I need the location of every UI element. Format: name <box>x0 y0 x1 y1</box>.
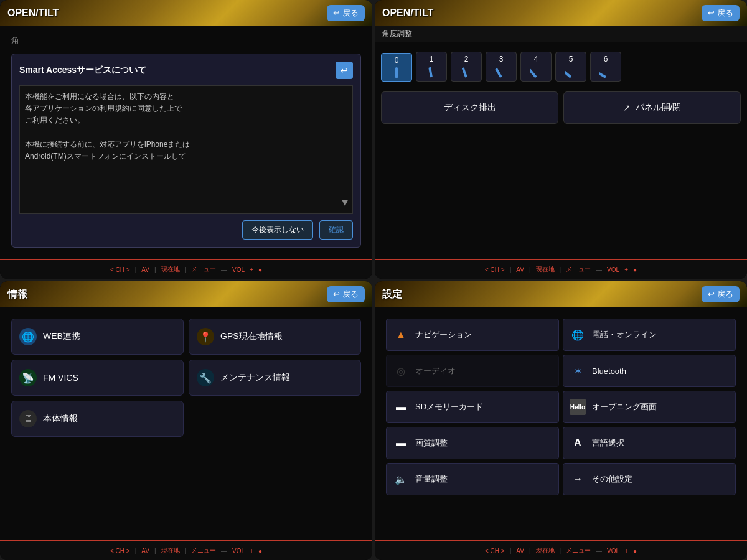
quadrant-open-tilt: OPEN/TILT ↩ 戻る 角度調整 0 1 2 <box>375 0 747 279</box>
svg-rect-5 <box>599 71 606 78</box>
eject-label: ディスク排出 <box>444 102 496 113</box>
settings-picture-quality[interactable]: ▬ 画質調整 <box>386 427 559 459</box>
settings-sd-card[interactable]: ▬ SDメモリーカード <box>386 391 559 423</box>
settings-volume[interactable]: 🔈 音量調整 <box>386 463 559 495</box>
picture-quality-icon: ▬ <box>393 435 409 451</box>
back-button-q2[interactable]: ↩ 戻る <box>702 5 740 21</box>
maintenance-label: メンテナンス情報 <box>220 372 290 383</box>
nav-plus-q3[interactable]: + <box>250 548 253 554</box>
volume-label: 音量調整 <box>415 474 448 485</box>
back-button-q4[interactable]: ↩ 戻る <box>702 286 740 302</box>
svg-rect-2 <box>495 68 502 78</box>
nav-menu-q2[interactable]: メニュー <box>566 265 591 274</box>
nav-av-q3[interactable]: AV <box>141 548 149 554</box>
nav-plus-q4[interactable]: + <box>624 548 628 554</box>
settings-language[interactable]: A 言語選択 <box>563 427 736 459</box>
tilt-angles: 0 1 2 3 <box>381 48 741 85</box>
gps-icon: 📍 <box>197 328 214 345</box>
svg-rect-4 <box>565 70 571 78</box>
settings-opening-screen[interactable]: Hello オープニング画面 <box>563 391 736 423</box>
settings-other[interactable]: → その他設定 <box>563 463 736 495</box>
nav-ch-q2[interactable]: < CH > <box>485 266 505 273</box>
nav-bar-q4: < CH > | AV | 現在地 | メニュー — VOL + ● <box>375 540 747 560</box>
nav-av-q4[interactable]: AV <box>516 548 524 554</box>
dialog-body: 本機能をご利用になる場合は、以下の内容と 各アプリケーションの利用規約に同意した… <box>19 85 353 214</box>
angle-0[interactable]: 0 <box>381 53 412 82</box>
nav-ch-q3[interactable]: < CH > <box>110 548 130 554</box>
no-show-button[interactable]: 今後表示しない <box>242 220 313 240</box>
menu-item-web[interactable]: 🌐 WEB連携 <box>11 319 184 355</box>
phone-online-label: 電話・オンライン <box>592 329 657 340</box>
nav-plus[interactable]: + <box>250 266 253 273</box>
web-label: WEB連携 <box>43 331 80 342</box>
language-label: 言語選択 <box>592 437 624 449</box>
angle-4[interactable]: 4 <box>520 52 552 82</box>
sub-header-q2: 角度調整 <box>375 26 747 42</box>
header-bar-q4: 設定 ↩ 戻る <box>375 281 747 307</box>
opening-screen-label: オープニング画面 <box>592 401 657 413</box>
gps-label: GPS現在地情報 <box>220 331 283 342</box>
content-area-q1: 角 Smart Accessサービスについて ↩ 本機能をご利用になる場合は、以… <box>0 26 372 259</box>
nav-menu[interactable]: メニュー <box>191 265 216 274</box>
nav-location-q2[interactable]: 現在地 <box>536 265 555 274</box>
fmvics-icon: 📡 <box>19 369 37 386</box>
svg-rect-0 <box>428 67 433 77</box>
header-title-q1: OPEN/TILT <box>7 7 59 19</box>
dialog-close-button[interactable]: ↩ <box>336 62 353 79</box>
nav-av[interactable]: AV <box>141 266 149 273</box>
content-area-q2: 0 1 2 3 <box>375 42 747 259</box>
angle-3[interactable]: 3 <box>486 52 517 82</box>
nav-ch[interactable]: < CH > <box>110 266 130 273</box>
nav-vol[interactable]: VOL <box>232 266 245 273</box>
nav-vol-q4[interactable]: VOL <box>607 548 619 554</box>
opening-screen-icon: Hello <box>570 399 586 415</box>
bluetooth-icon: ✶ <box>570 363 586 379</box>
header-bar-q3: 情報 ↩ 戻る <box>0 281 372 307</box>
nav-vol-q3[interactable]: VOL <box>232 548 245 554</box>
nav-av-q2[interactable]: AV <box>516 266 524 273</box>
dialog-body-text: 本機能をご利用になる場合は、以下の内容と 各アプリケーションの利用規約に同意した… <box>25 92 190 161</box>
language-icon: A <box>570 435 586 451</box>
settings-grid: ▲ ナビゲーション 🌐 電話・オンライン ◎ オーディオ ✶ Bluetooth… <box>381 314 741 500</box>
angle-1[interactable]: 1 <box>416 52 447 82</box>
nav-bar-q3: < CH > | AV | 現在地 | メニュー — VOL + ● <box>0 540 372 560</box>
nav-dot-q3: ● <box>258 548 262 554</box>
nav-location-q3[interactable]: 現在地 <box>161 546 180 555</box>
content-area-q4: ▲ ナビゲーション 🌐 電話・オンライン ◎ オーディオ ✶ Bluetooth… <box>375 307 747 540</box>
settings-navigation[interactable]: ▲ ナビゲーション <box>386 319 559 351</box>
confirm-button[interactable]: 確認 <box>319 220 353 240</box>
eject-button[interactable]: ディスク排出 <box>381 91 558 124</box>
nav-ch-q4[interactable]: < CH > <box>485 548 505 554</box>
web-icon: 🌐 <box>19 328 37 345</box>
nav-menu-q3[interactable]: メニュー <box>191 546 216 555</box>
nav-plus-q2[interactable]: + <box>624 266 628 273</box>
angle-5[interactable]: 5 <box>555 52 586 82</box>
menu-item-fmvics[interactable]: 📡 FM VICS <box>11 360 184 396</box>
back-button-q3[interactable]: ↩ 戻る <box>327 286 365 302</box>
quadrant-settings: 設定 ↩ 戻る ▲ ナビゲーション 🌐 電話・オンライン ◎ オーディオ ✶ B… <box>375 281 747 560</box>
nav-vol-q2[interactable]: VOL <box>607 266 619 273</box>
panel-button[interactable]: ↗ パネル開/閉 <box>563 91 741 124</box>
menu-item-body-info[interactable]: 🖥 本体情報 <box>11 401 184 437</box>
nav-location-q4[interactable]: 現在地 <box>536 546 555 555</box>
nav-menu-q4[interactable]: メニュー <box>566 546 591 555</box>
dialog-title: Smart Accessサービスについて <box>19 65 146 76</box>
menu-item-gps[interactable]: 📍 GPS現在地情報 <box>189 319 361 355</box>
nav-location[interactable]: 現在地 <box>161 265 180 274</box>
info-menu-grid: 🌐 WEB連携 📍 GPS現在地情報 📡 FM VICS 🔧 メンテナンス情報 … <box>6 314 366 442</box>
settings-audio[interactable]: ◎ オーディオ <box>386 355 559 387</box>
tilt-buttons: ディスク排出 ↗ パネル開/閉 <box>381 91 741 124</box>
header-bar-q2: OPEN/TILT ↩ 戻る <box>375 0 747 26</box>
other-settings-icon: → <box>570 471 586 487</box>
menu-item-maintenance[interactable]: 🔧 メンテナンス情報 <box>189 360 361 396</box>
body-info-label: 本体情報 <box>43 413 78 424</box>
nav-bar-q1: < CH > | AV | 現在地 | メニュー — VOL + ● <box>0 259 372 279</box>
back-button-q1[interactable]: ↩ 戻る <box>327 5 365 21</box>
angle-6[interactable]: 6 <box>590 52 621 82</box>
settings-bluetooth[interactable]: ✶ Bluetooth <box>563 355 736 387</box>
audio-icon: ◎ <box>393 363 409 379</box>
header-title-q2: OPEN/TILT <box>382 7 433 19</box>
navigation-label: ナビゲーション <box>415 329 472 340</box>
settings-phone-online[interactable]: 🌐 電話・オンライン <box>563 319 736 351</box>
angle-2[interactable]: 2 <box>451 52 482 82</box>
